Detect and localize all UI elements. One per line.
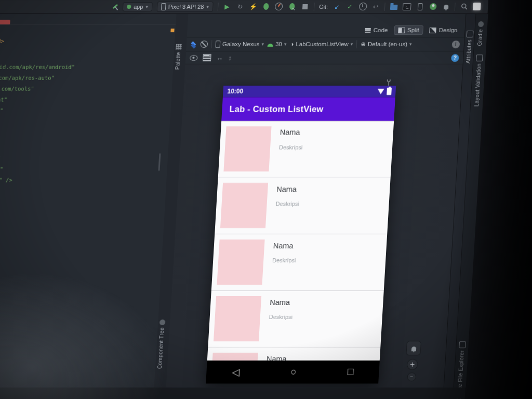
item-image-placeholder <box>214 296 261 341</box>
device-manager-icon[interactable] <box>416 3 424 11</box>
battery-icon <box>387 88 392 95</box>
horizontal-resize-icon[interactable]: ↔ <box>216 54 223 62</box>
chevron-down-icon: ▾ <box>409 42 412 47</box>
item-description: Deskripsi <box>275 201 299 207</box>
palette-icon <box>176 44 182 50</box>
theme-dropdown[interactable]: ◑ LabCustomListView ▾ <box>290 41 353 47</box>
terminal-icon[interactable]: ›_ <box>403 3 411 11</box>
layout-validation-icon <box>476 55 483 61</box>
history-icon[interactable] <box>358 3 367 11</box>
git-update-icon[interactable]: ↙ <box>332 3 341 11</box>
preview-device-dropdown[interactable]: Galaxy Nexus ▾ <box>216 41 264 48</box>
recents-button[interactable]: □ <box>347 366 354 378</box>
component-tree-icon <box>159 320 166 325</box>
api-level-dropdown[interactable]: 30 ▾ <box>268 41 287 47</box>
render-errors-badge[interactable]: i <box>452 41 460 48</box>
item-image-placeholder <box>220 183 268 228</box>
palette-tab[interactable]: Palette <box>175 44 182 70</box>
item-name: Nama <box>266 355 287 361</box>
list-item[interactable]: Nama Deskripsi <box>215 178 390 234</box>
git-commit-icon[interactable]: ✓ <box>345 3 354 11</box>
settings-icon[interactable] <box>473 3 481 10</box>
zoom-in-button[interactable]: + <box>407 359 418 370</box>
home-button[interactable]: ○ <box>290 366 297 378</box>
layout-validation-tab[interactable]: Layout Validation <box>473 55 483 107</box>
run-config-dropdown[interactable]: app ▾ <box>123 2 153 11</box>
android-studio-window: app ▾ Pixel 3 API 28 ▾ ▶ ↻ ⚡ Git: ↙ ✓ ↩ <box>0 0 488 399</box>
app-bar: Lab - Custom ListView <box>221 97 395 121</box>
stop-button[interactable] <box>301 3 310 11</box>
item-image-placeholder <box>223 126 271 171</box>
notification-bell-button[interactable] <box>406 341 421 355</box>
tab-design[interactable]: Design <box>425 25 462 35</box>
status-bar: 10:00 <box>223 86 396 97</box>
photographed-monitor: app ▾ Pixel 3 API 28 ▾ ▶ ↻ ⚡ Git: ↙ ✓ ↩ <box>0 0 532 399</box>
warning-stripe-mark <box>170 29 174 32</box>
project-folder-icon[interactable] <box>390 3 398 11</box>
main-toolbar: app ▾ Pixel 3 API 28 ▾ ▶ ↻ ⚡ Git: ↙ ✓ ↩ <box>0 0 488 14</box>
code-editor-pane[interactable]: d> oid.com/apk/res/android" .com/apk/res… <box>0 14 177 388</box>
phone-icon <box>216 41 221 48</box>
variants-list-icon[interactable] <box>203 54 211 61</box>
debug-button[interactable] <box>262 3 271 11</box>
list-item[interactable]: Nama Deskripsi <box>208 291 383 348</box>
undo-icon[interactable]: ↩ <box>371 3 380 11</box>
attributes-tab[interactable]: Attributes <box>465 31 474 63</box>
build-hammer-icon[interactable] <box>112 4 118 9</box>
device-file-explorer-icon <box>459 341 466 348</box>
tab-code[interactable]: Code <box>361 25 392 35</box>
zoom-out-button[interactable]: − <box>407 373 416 381</box>
apply-code-changes-icon[interactable]: ⚡ <box>249 3 258 11</box>
toolbar-separator <box>455 3 456 11</box>
wifi-icon <box>377 89 384 95</box>
orientation-icon[interactable] <box>201 41 208 48</box>
profile-debug-icon[interactable] <box>288 3 297 11</box>
item-image-placeholder <box>210 353 258 361</box>
profile-avatar-icon[interactable] <box>429 3 437 11</box>
tab-split[interactable]: Split <box>394 25 423 35</box>
run-config-label: app <box>134 4 143 10</box>
toolbar-separator <box>211 40 212 48</box>
code-icon <box>365 28 371 33</box>
gradle-icon <box>478 21 484 27</box>
notifications-bell-icon[interactable] <box>442 3 450 11</box>
list-item[interactable]: Nama Deskripsi <box>211 234 387 291</box>
ide-status-bar <box>0 388 466 399</box>
design-surface-icon[interactable] <box>191 41 197 47</box>
android-icon <box>268 44 273 47</box>
help-badge[interactable]: ? <box>451 54 459 62</box>
search-icon[interactable] <box>460 3 469 11</box>
locale-dropdown[interactable]: ⊕ Default (en-us) ▾ <box>361 41 412 48</box>
design-icon <box>429 28 436 33</box>
design-canvas[interactable]: 10:00 Lab - Custom ListView Nama <box>166 64 463 388</box>
code-line: ty" <box>0 108 4 114</box>
chevron-down-icon: ▾ <box>261 42 264 47</box>
item-name: Nama <box>270 298 290 307</box>
device-dropdown[interactable]: Pixel 3 API 28 ▾ <box>157 2 214 12</box>
toolbar-separator <box>356 40 357 48</box>
list-item[interactable]: Nama Deskripsi <box>207 348 380 361</box>
component-tree-tab[interactable]: Component Tree <box>157 320 166 369</box>
toolbar-separator <box>384 3 385 11</box>
listview[interactable]: Nama Deskripsi Nama Deskripsi Nama Deskr… <box>207 121 394 361</box>
list-item[interactable]: Nama Deskripsi <box>218 121 394 178</box>
item-description: Deskripsi <box>272 257 296 263</box>
app-title: Lab - Custom ListView <box>229 104 324 114</box>
device-preview[interactable]: 10:00 Lab - Custom ListView Nama <box>206 86 396 383</box>
view-options-eye-icon[interactable] <box>190 55 198 61</box>
apply-changes-icon[interactable]: ↻ <box>236 3 245 11</box>
editor-mode-tabs: Code Split Design <box>187 23 466 37</box>
back-button[interactable]: ◁ <box>232 366 240 378</box>
code-line: ent" /> <box>0 177 12 183</box>
phone-icon <box>161 3 166 10</box>
item-description: Deskripsi <box>269 314 292 320</box>
profiler-icon[interactable] <box>275 3 284 11</box>
vertical-resize-icon[interactable]: ↕ <box>228 54 232 62</box>
run-button[interactable]: ▶ <box>223 3 232 11</box>
code-line: ent" <box>0 97 7 103</box>
view-options-toolbar: ↔ ↕ ? <box>185 51 463 64</box>
gradle-tab[interactable]: Gradle <box>477 21 484 46</box>
chevron-down-icon: ▾ <box>350 42 353 47</box>
editor-scrollbar[interactable] <box>158 153 161 171</box>
chevron-down-icon: ▾ <box>284 42 287 47</box>
